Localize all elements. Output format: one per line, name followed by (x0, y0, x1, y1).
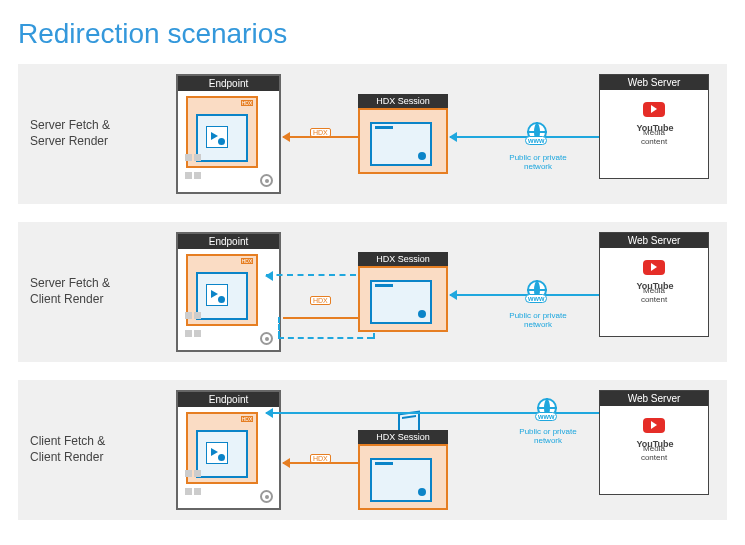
web-server-box: Web Server YouTube Mediacontent (599, 232, 709, 337)
hdx-arrow-thin (283, 317, 358, 319)
hdx-tab: HDX (241, 100, 253, 106)
hdx-session-box: HDX Session (358, 252, 448, 332)
web-server-header: Web Server (600, 391, 708, 406)
hdx-session-header: HDX Session (358, 94, 448, 108)
youtube-logo: YouTube (624, 258, 684, 283)
arrow-head (282, 458, 290, 468)
scenario-label: Server Fetch &Server Render (30, 118, 110, 149)
media-thumbnail (206, 284, 228, 306)
arrow-head (449, 132, 457, 142)
hdx-session-box: HDX Session (358, 430, 448, 510)
www-icon: www (523, 122, 551, 150)
network-caption: Public or privatenetwork (498, 154, 578, 172)
media-thumbnail (206, 442, 228, 464)
scenario-sfcr: Server Fetch &Client Render Endpoint HDX (18, 222, 727, 362)
web-server-box: Web Server YouTube Mediacontent (599, 74, 709, 179)
hdx-tab: HDX (241, 258, 253, 264)
page-title: Redirection scenarios (18, 18, 727, 50)
scenario-sfsr: Server Fetch &Server Render Endpoint HDX… (18, 64, 727, 204)
taskbar (182, 173, 275, 189)
arrow-head (265, 408, 273, 418)
video-viewport (196, 430, 248, 478)
taskbar (182, 331, 275, 347)
web-server-box: Web Server YouTube Mediacontent (599, 390, 709, 495)
arrow-head (449, 290, 457, 300)
taskbar (182, 489, 275, 505)
www-icon: www (533, 398, 561, 426)
diagram-page: Redirection scenarios Server Fetch &Serv… (0, 0, 745, 545)
video-viewport (196, 272, 248, 320)
hdx-tab: HDX (241, 416, 253, 422)
hdx-session-header: HDX Session (358, 252, 448, 266)
dashed-path-h (278, 337, 373, 339)
dashed-path-v (278, 317, 280, 337)
network-caption: Public or privatenetwork (498, 312, 578, 330)
www-icon: www (523, 280, 551, 308)
direct-fetch-arrow (266, 412, 616, 414)
web-server-header: Web Server (600, 75, 708, 90)
arrow-head (282, 132, 290, 142)
endpoint-box: Endpoint HDX (176, 74, 281, 194)
hdx-label-badge: HDX (310, 128, 331, 137)
hdx-label-badge: HDX (310, 454, 331, 463)
endpoint-header: Endpoint (178, 76, 279, 91)
youtube-logo: YouTube (624, 416, 684, 441)
hdx-session-header: HDX Session (358, 430, 448, 444)
youtube-logo: YouTube (624, 100, 684, 125)
network-caption: Public or privatenetwork (508, 428, 588, 446)
web-server-header: Web Server (600, 233, 708, 248)
endpoint-box: Endpoint HDX (176, 232, 281, 352)
endpoint-header: Endpoint (178, 392, 279, 407)
scenario-label: Server Fetch &Client Render (30, 276, 110, 307)
dashed-control-arrow (266, 274, 356, 276)
hdx-label-badge: HDX (310, 296, 331, 305)
video-viewport (196, 114, 248, 162)
scenario-label: Client Fetch &Client Render (30, 434, 105, 465)
scenario-cfcr: Client Fetch &Client Render Endpoint HDX… (18, 380, 727, 520)
media-thumbnail (206, 126, 228, 148)
endpoint-header: Endpoint (178, 234, 279, 249)
arrow-head (265, 271, 273, 281)
hdx-session-box: HDX Session (358, 94, 448, 174)
